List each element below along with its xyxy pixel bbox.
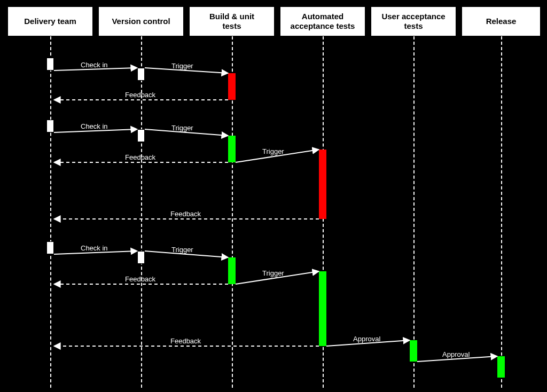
message-label-9: Trigger [171, 246, 193, 254]
activation-d3 [46, 241, 54, 254]
lane-header-build: Build & unittests [189, 6, 275, 36]
activation-v1 [137, 68, 145, 81]
activation-r1 [497, 356, 505, 378]
message-label-3: Check in [81, 122, 108, 130]
message-label-1: Trigger [171, 62, 193, 70]
lifeline-delivery [50, 36, 51, 388]
message-label-7: Feedback [170, 210, 201, 218]
activation-d1 [46, 58, 54, 70]
message-label-0: Check in [81, 61, 108, 69]
activation-a1 [319, 150, 326, 219]
message-label-13: Feedback [170, 337, 201, 345]
message-label-14: Approval [442, 350, 470, 358]
lifeline-release [501, 36, 502, 388]
activation-d2 [46, 120, 54, 132]
lane-header-user-acceptance: User acceptancetests [371, 6, 456, 36]
activation-b3 [228, 257, 236, 284]
activation-u1 [410, 340, 417, 362]
lane-header-automated-acceptance: Automatedacceptance tests [280, 6, 365, 36]
message-label-10: Trigger [262, 269, 284, 277]
activation-b1 [228, 73, 236, 100]
message-label-2: Feedback [125, 91, 155, 99]
message-label-12: Approval [353, 335, 380, 343]
messages-overlay [0, 0, 547, 392]
message-label-6: Feedback [125, 153, 155, 161]
message-label-5: Trigger [262, 147, 284, 155]
activation-v3 [137, 251, 145, 264]
activation-v2 [137, 129, 145, 142]
pipeline-diagram: Delivery team Version control Build & un… [0, 0, 547, 392]
lifeline-uat [413, 36, 415, 388]
activation-a2 [319, 271, 326, 346]
message-label-8: Check in [81, 244, 108, 252]
lane-header-release: Release [462, 6, 541, 36]
message-label-4: Trigger [171, 124, 193, 132]
lifeline-version [141, 36, 142, 388]
message-label-11: Feedback [125, 275, 155, 283]
lane-header-version: Version control [98, 6, 184, 36]
activation-b2 [228, 136, 236, 162]
lane-header-delivery: Delivery team [7, 6, 93, 36]
